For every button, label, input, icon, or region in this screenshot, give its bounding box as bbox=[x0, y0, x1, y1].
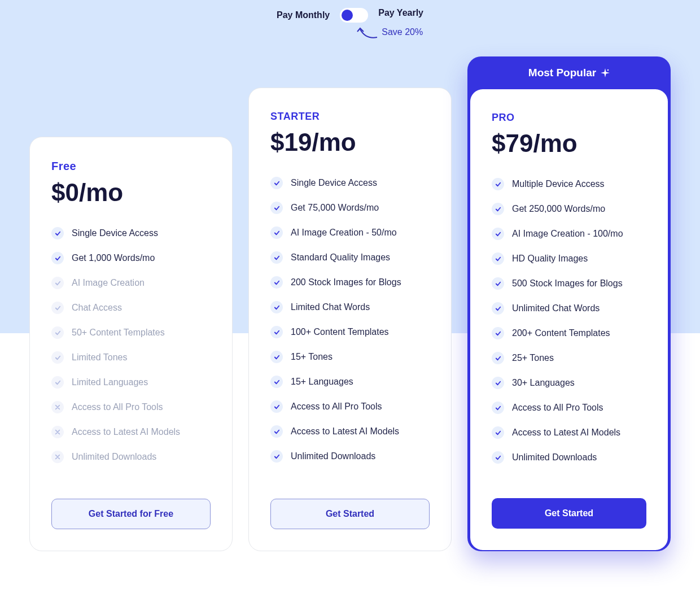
get-started-starter-button[interactable]: Get Started bbox=[270, 499, 430, 529]
sparkle-icon bbox=[601, 68, 610, 77]
feature-item: 100+ Content Templates bbox=[270, 326, 430, 338]
feature-text: 30+ Languages bbox=[512, 378, 575, 388]
get-started-pro-button[interactable]: Get Started bbox=[492, 498, 646, 529]
feature-text: Multiple Device Access bbox=[512, 179, 605, 189]
feature-text: 200 Stock Images for Blogs bbox=[291, 277, 401, 287]
feature-item: Single Device Access bbox=[270, 177, 430, 189]
get-started-free-button[interactable]: Get Started for Free bbox=[51, 499, 211, 529]
cross-icon bbox=[51, 451, 64, 463]
feature-item: Get 250,000 Words/mo bbox=[492, 203, 646, 215]
tier-name: STARTER bbox=[270, 111, 430, 123]
feature-item: Chat Access bbox=[51, 302, 211, 314]
feature-text: AI Image Creation - 100/mo bbox=[512, 229, 623, 239]
feature-text: 200+ Content Templates bbox=[512, 328, 610, 338]
feature-text: 500 Stock Images for Blogs bbox=[512, 278, 623, 289]
feature-text: 50+ Content Templates bbox=[72, 328, 165, 338]
check-icon bbox=[492, 402, 504, 414]
feature-list-starter: Single Device AccessGet 75,000 Words/moA… bbox=[270, 177, 430, 499]
check-icon bbox=[51, 326, 64, 339]
feature-item: 500 Stock Images for Blogs bbox=[492, 277, 646, 290]
check-icon bbox=[270, 326, 283, 338]
feature-item: Access to All Pro Tools bbox=[492, 402, 646, 414]
billing-toggle-section: Pay Monthly Pay Yearly Save 20% bbox=[0, 0, 700, 23]
feature-list-pro: Multiple Device AccessGet 250,000 Words/… bbox=[492, 178, 646, 498]
save-text: Save 20% bbox=[382, 27, 423, 37]
check-icon bbox=[492, 327, 504, 339]
check-icon bbox=[270, 301, 283, 313]
feature-text: Get 1,000 Words/mo bbox=[72, 253, 155, 263]
feature-item: Get 1,000 Words/mo bbox=[51, 252, 211, 264]
feature-text: Single Device Access bbox=[72, 228, 158, 238]
feature-text: AI Image Creation - 50/mo bbox=[291, 228, 397, 238]
save-callout: Save 20% bbox=[356, 24, 423, 41]
tier-price: $0/mo bbox=[51, 178, 211, 207]
feature-item: Access to Latest AI Models bbox=[51, 426, 211, 438]
pricing-card-starter: STARTER $19/mo Single Device AccessGet 7… bbox=[248, 88, 452, 551]
svg-point-0 bbox=[607, 69, 609, 71]
check-icon bbox=[51, 302, 64, 314]
feature-item: Limited Languages bbox=[51, 376, 211, 389]
tier-name: Free bbox=[51, 160, 211, 173]
check-icon bbox=[51, 227, 64, 239]
feature-item: Limited Tones bbox=[51, 351, 211, 364]
feature-item: HD Quality Images bbox=[492, 252, 646, 265]
check-icon bbox=[270, 251, 283, 264]
feature-item: AI Image Creation bbox=[51, 277, 211, 289]
feature-text: Chat Access bbox=[72, 303, 122, 313]
feature-item: AI Image Creation - 100/mo bbox=[492, 228, 646, 240]
check-icon bbox=[492, 178, 504, 190]
feature-text: Access to All Pro Tools bbox=[291, 402, 382, 412]
feature-text: 25+ Tones bbox=[512, 353, 554, 363]
check-icon bbox=[270, 177, 283, 189]
feature-text: Get 75,000 Words/mo bbox=[291, 203, 379, 213]
tier-price: $79/mo bbox=[492, 129, 646, 158]
cross-icon bbox=[51, 426, 64, 438]
feature-item: Access to All Pro Tools bbox=[270, 400, 430, 413]
check-icon bbox=[51, 277, 64, 289]
toggle-knob bbox=[342, 10, 353, 21]
tier-price: $19/mo bbox=[270, 128, 430, 156]
feature-item: Unlimited Downloads bbox=[51, 451, 211, 463]
pricing-grid: Free $0/mo Single Device AccessGet 1,000… bbox=[0, 23, 700, 574]
check-icon bbox=[492, 228, 504, 240]
check-icon bbox=[270, 351, 283, 363]
pricing-card-pro-wrapper: Most Popular PRO $79/mo Multiple Device … bbox=[467, 56, 671, 551]
check-icon bbox=[492, 252, 504, 265]
check-icon bbox=[492, 352, 504, 364]
feature-item: Access to Latest AI Models bbox=[270, 425, 430, 438]
billing-toggle[interactable] bbox=[340, 8, 368, 23]
feature-item: 200+ Content Templates bbox=[492, 327, 646, 339]
feature-item: Unlimited Chat Words bbox=[492, 302, 646, 315]
feature-item: Get 75,000 Words/mo bbox=[270, 202, 430, 214]
tier-name: PRO bbox=[492, 112, 646, 124]
feature-text: 100+ Content Templates bbox=[291, 327, 389, 337]
check-icon bbox=[492, 451, 504, 464]
feature-item: 15+ Languages bbox=[270, 376, 430, 388]
check-icon bbox=[270, 400, 283, 413]
feature-text: Limited Languages bbox=[72, 377, 148, 387]
most-popular-text: Most Popular bbox=[528, 67, 596, 79]
feature-item: Standard Quality Images bbox=[270, 251, 430, 264]
feature-item: Single Device Access bbox=[51, 227, 211, 239]
feature-item: 200 Stock Images for Blogs bbox=[270, 276, 430, 289]
arrow-curve-icon bbox=[356, 24, 378, 41]
feature-item: Access to Latest AI Models bbox=[492, 426, 646, 439]
feature-text: Unlimited Downloads bbox=[72, 452, 156, 462]
feature-text: Single Device Access bbox=[291, 178, 377, 188]
check-icon bbox=[492, 203, 504, 215]
feature-text: Get 250,000 Words/mo bbox=[512, 204, 605, 214]
feature-item: AI Image Creation - 50/mo bbox=[270, 226, 430, 239]
yearly-label: Pay Yearly bbox=[378, 6, 423, 18]
check-icon bbox=[270, 450, 283, 463]
feature-item: 50+ Content Templates bbox=[51, 326, 211, 339]
check-icon bbox=[51, 252, 64, 264]
check-icon bbox=[270, 202, 283, 214]
feature-list-free: Single Device AccessGet 1,000 Words/moAI… bbox=[51, 227, 211, 499]
feature-item: Multiple Device Access bbox=[492, 178, 646, 190]
feature-text: Access to All Pro Tools bbox=[72, 402, 163, 412]
feature-text: 15+ Tones bbox=[291, 352, 333, 362]
feature-text: Unlimited Chat Words bbox=[512, 303, 600, 313]
feature-item: Limited Chat Words bbox=[270, 301, 430, 313]
check-icon bbox=[270, 376, 283, 388]
feature-item: 25+ Tones bbox=[492, 352, 646, 364]
